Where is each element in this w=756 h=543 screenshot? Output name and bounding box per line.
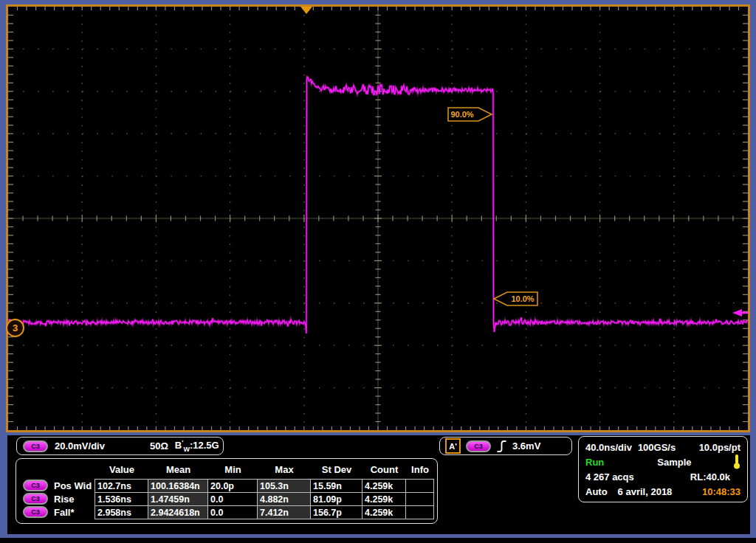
measurement-cell: 7.412n [257,505,311,519]
measurement-cell: 15.59n [310,479,362,493]
channel-settings-box[interactable]: C3 20.0mV/div 50Ω B′W:12.5G [16,437,224,455]
sample-rate: 100GS/s [638,442,676,453]
readout-panel: C3 20.0mV/div 50Ω B′W:12.5G A' C3 3.6mV … [7,435,750,534]
col-header-count: Count [362,460,406,479]
acquisition-count: 4 267 acqs [585,471,634,483]
measurement-cell: 105.3n [257,479,311,493]
channel-badge: C3 [23,506,48,518]
acquisition-box[interactable]: 40.0ns/div 100GS/s 10.0ps/pt Run Sample … [578,436,748,502]
col-header-min: Min [208,460,258,479]
ref-level-90-label: 90.0% [450,110,473,119]
oscilloscope-screen: 90.0%10.0% 3 C3 20.0mV/div 50Ω B′W:12.5G… [0,0,756,543]
measurement-label: Fall* [54,507,74,518]
col-header-mean: Mean [148,460,208,479]
ref-level-10-label: 10.0% [511,294,534,303]
measurement-cell: 81.09p [310,492,362,506]
measurement-label: Rise [54,494,74,505]
measurement-cell: 100.16384n [148,479,208,493]
record-length: RL:40.0k [690,471,730,483]
measurement-cell: 2.958ns [94,505,148,519]
measurement-header-row: Value Mean Min Max St Dev Count Info [17,460,437,479]
channel-badge: C3 [23,480,48,491]
trigger-position-marker[interactable] [300,7,312,14]
waveform-display[interactable]: 90.0%10.0% 3 [6,4,750,432]
measurement-label: Pos Wid [54,480,92,491]
col-header-value: Value [95,460,148,479]
screen-bottom-border [0,538,756,543]
graticule: 90.0%10.0% [8,7,748,430]
clock-readout: 10:48:33 [702,486,740,497]
bandwidth-readout: B′W:12.5G [175,439,219,453]
measurement-cell: 4.259k [362,505,406,519]
rising-edge-icon [496,440,507,453]
input-impedance: 50Ω [150,440,168,452]
trigger-level-arrow[interactable] [732,309,742,317]
trigger-settings-box[interactable]: A' C3 3.6mV [439,437,572,455]
measurement-row[interactable]: C3Rise1.536ns1.47459n0.04.882n81.09p4.25… [17,492,437,505]
measurement-cell [405,492,434,506]
date-readout: 6 avril, 2018 [618,486,673,497]
acquisition-mode: Sample [657,457,691,468]
trigger-level-readout: 3.6mV [512,440,540,452]
measurement-cell [405,505,434,519]
run-state: Run [585,457,604,468]
measurement-cell: 0.0 [207,505,258,519]
col-header-max: Max [258,460,311,479]
trigger-source-badge: C3 [466,440,491,452]
measurement-table: Value Mean Min Max St Dev Count Info C3P… [16,458,438,524]
col-header-info: Info [406,460,434,479]
measurement-cell: 1.536ns [94,492,148,506]
channel-badge: C3 [23,493,48,505]
measurement-cell: 4.259k [362,492,406,506]
trigger-mode: Auto [585,486,608,497]
sample-resolution: 10.0ps/pt [699,442,740,453]
measurement-cell: 1.47459n [148,492,208,506]
measurement-cell: 4.259k [362,479,406,493]
trigger-aux-badge: A' [445,438,461,454]
measurement-cell: 102.7ns [94,479,148,493]
col-header-stdev: St Dev [311,460,362,479]
thermometer-icon [733,454,740,469]
measurement-cell: 0.0 [207,492,258,506]
measurement-cell: 20.0p [207,479,258,493]
measurement-row[interactable]: C3Fall*2.958ns2.9424618n0.07.412n156.7p4… [17,505,437,519]
timebase-scale: 40.0ns/div [585,442,632,453]
measurement-cell [405,479,434,493]
measurement-row[interactable]: C3Pos Wid102.7ns100.16384n20.0p105.3n15.… [17,479,437,492]
channel-badge: C3 [23,440,48,452]
measurement-cell: 2.9424618n [148,505,208,519]
measurement-cell: 156.7p [310,505,362,519]
vertical-scale: 20.0mV/div [55,440,105,452]
channel-3-position-marker[interactable]: 3 [6,319,24,337]
measurement-cell: 4.882n [257,492,311,506]
